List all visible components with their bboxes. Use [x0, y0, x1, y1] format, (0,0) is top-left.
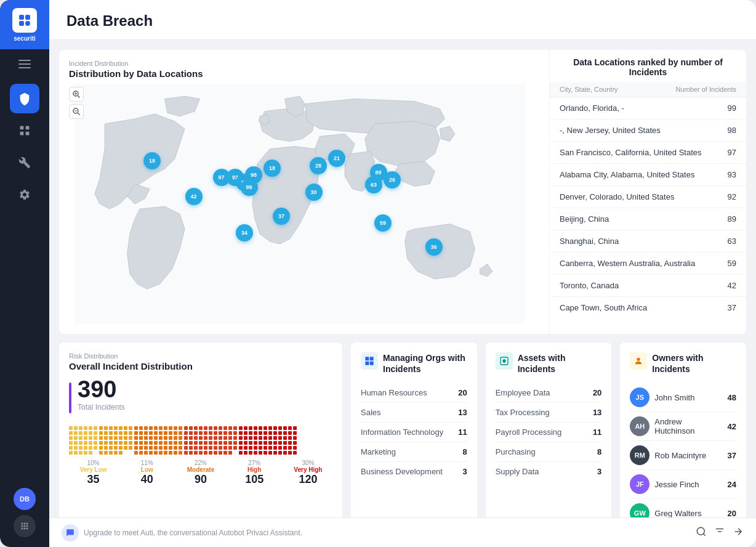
risk-item-vl: 10% Very Low 35: [69, 460, 118, 486]
svg-point-13: [26, 523, 28, 525]
chat-bubble-icon: [62, 524, 79, 541]
sidebar-item-wrench[interactable]: [10, 148, 39, 177]
owners-panel: Owners with Incidents JS John Smith 48 A…: [620, 342, 746, 517]
svg-point-14: [22, 525, 23, 527]
world-map[interactable]: 18 42 97 92 93 98 99 18 28 21 30 37 34 8…: [69, 84, 531, 324]
zoom-out-button[interactable]: [69, 104, 84, 119]
svg-point-15: [24, 525, 26, 527]
org-row-bizdev: Business Development 3: [361, 462, 467, 481]
map-pin-34[interactable]: 34: [236, 224, 253, 241]
owners-list: JS John Smith 48 AH Andrew Hutchinson 42…: [630, 383, 736, 517]
sidebar-item-grid[interactable]: [10, 116, 39, 145]
map-pin-36[interactable]: 36: [425, 238, 443, 256]
dots-l: [99, 426, 132, 455]
risk-panel: Risk Distribution Overall Incident Distr…: [59, 342, 342, 517]
svg-point-34: [637, 358, 640, 361]
share-button[interactable]: [733, 526, 744, 540]
map-pin-63[interactable]: 63: [365, 176, 382, 193]
avatar-rob-macintyre: RM: [630, 445, 649, 465]
dots-h: [184, 426, 237, 455]
map-pin-21[interactable]: 21: [328, 150, 345, 167]
bottom-actions: [696, 526, 744, 540]
location-row-2: San Francisco, California, United States…: [550, 142, 746, 164]
avatar-andrew-hutchinson: AH: [630, 416, 649, 436]
location-row-1: -, New Jersey, United States 98: [550, 120, 746, 142]
location-row-4: Denver, Colorado, United States 92: [550, 186, 746, 208]
svg-line-36: [703, 533, 705, 535]
apps-button[interactable]: [14, 515, 36, 537]
managing-orgs-panel: Managing Orgs with Incidents Human Resou…: [351, 342, 477, 517]
dots-vh: [239, 426, 297, 455]
sidebar-item-settings[interactable]: [10, 180, 39, 209]
page-header: Data Breach: [49, 0, 756, 40]
map-pin-30[interactable]: 30: [305, 184, 323, 201]
page-title: Data Breach: [66, 12, 739, 30]
svg-rect-6: [18, 67, 31, 68]
risk-item-m: 22% Moderate 90: [176, 460, 225, 486]
risk-label: Risk Distribution: [69, 352, 332, 360]
owner-row-john: JS John Smith 48: [630, 383, 736, 412]
svg-rect-31: [370, 362, 374, 365]
svg-point-11: [22, 523, 23, 525]
managing-orgs-header: Managing Orgs with Incidents: [361, 352, 467, 375]
map-pin-26[interactable]: 26: [384, 171, 401, 188]
svg-rect-29: [370, 357, 374, 360]
svg-point-18: [24, 528, 26, 530]
sidebar-item-shield[interactable]: [10, 84, 39, 113]
sidebar-logo: securiti: [0, 0, 49, 49]
chat-prompt-text: Upgrade to meet Auti, the conversational…: [84, 529, 302, 537]
search-button[interactable]: [696, 526, 707, 540]
risk-item-l: 11% Low 40: [123, 460, 171, 486]
main-content: Data Breach Incident Distribution Distri…: [49, 0, 756, 547]
assets-header: Assets with Incidents: [496, 352, 602, 375]
bottom-panels: Risk Distribution Overall Incident Distr…: [59, 342, 746, 517]
map-pin-59[interactable]: 59: [374, 214, 392, 232]
map-pin-18b[interactable]: 18: [263, 160, 281, 177]
map-pin-99[interactable]: 99: [241, 179, 258, 196]
locations-list[interactable]: Orlando, Florida, - 99 -, New Jersey, Un…: [550, 97, 746, 318]
app-container: securiti: [0, 0, 756, 547]
owners-icon: [630, 352, 647, 370]
map-pin-37[interactable]: 37: [273, 208, 290, 225]
map-pin-42[interactable]: 42: [185, 188, 203, 205]
logo-icon: [12, 8, 37, 33]
org-row-marketing: Marketing 8: [361, 442, 467, 462]
location-row-5: Beijing, China 89: [550, 208, 746, 230]
svg-point-19: [26, 528, 28, 530]
map-label: Incident Distribution: [69, 60, 531, 67]
svg-rect-10: [26, 132, 30, 136]
svg-point-16: [26, 525, 28, 527]
map-pin-28[interactable]: 28: [310, 157, 327, 174]
dots-vl: [69, 426, 97, 455]
managing-orgs-title: Managing Orgs with Incidents: [383, 352, 467, 375]
svg-rect-0: [19, 15, 24, 20]
menu-toggle-button[interactable]: [0, 49, 49, 79]
sidebar-nav: [10, 79, 39, 488]
dot-grid-container: [69, 426, 332, 455]
location-row-6: Shanghai, China 63: [550, 230, 746, 253]
svg-rect-30: [365, 362, 369, 365]
location-row-0: Orlando, Florida, - 99: [550, 97, 746, 120]
owners-header: Owners with Incidents: [630, 352, 736, 375]
sidebar: securiti: [0, 0, 49, 547]
user-avatar[interactable]: DB: [14, 488, 36, 510]
asset-row-supply: Supply Data 3: [496, 462, 602, 481]
locations-title: Data Locations ranked by number of Incid…: [550, 50, 746, 82]
locations-table: Data Locations ranked by number of Incid…: [549, 50, 746, 334]
risk-legend: 10% Very Low 35 11% Low 40 22% Moderate: [69, 460, 332, 486]
locations-col-headers: City, State, Country Number of Incidents: [550, 82, 746, 97]
asset-row-tax: Tax Processing 13: [496, 403, 602, 423]
total-incidents-label: Total Incidents: [78, 403, 125, 411]
location-row-8: Toronto, Canada 42: [550, 275, 746, 297]
svg-rect-1: [25, 15, 30, 20]
managing-orgs-list: Human Resources 20 Sales 13 Information …: [361, 383, 467, 481]
svg-rect-7: [20, 126, 24, 130]
filter-button[interactable]: [714, 526, 725, 540]
zoom-in-button[interactable]: [69, 87, 84, 102]
avatar-john-smith: JS: [630, 387, 649, 407]
svg-line-21: [78, 96, 80, 98]
map-pin-18[interactable]: 18: [143, 152, 161, 169]
chat-prompt: Upgrade to meet Auti, the conversational…: [62, 524, 302, 541]
owner-row-rob: RM Rob Macintyre 37: [630, 441, 736, 470]
org-row-sales: Sales 13: [361, 403, 467, 423]
